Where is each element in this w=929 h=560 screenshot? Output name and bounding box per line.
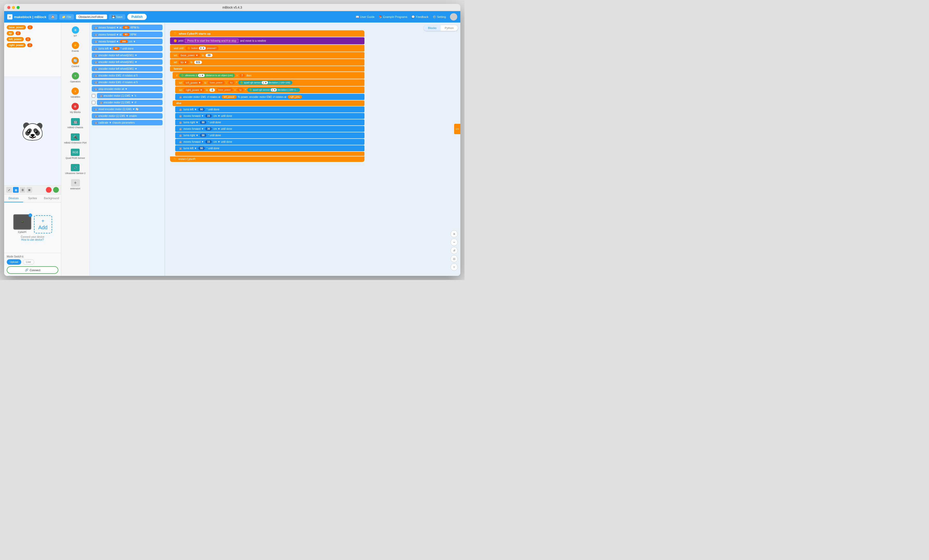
- category-myblocks[interactable]: ⊕ My Blocks: [69, 101, 82, 115]
- block-shape-14[interactable]: 🤖 encoder motor (1) EM1 ▼ enable: [92, 113, 162, 119]
- block-wait-until[interactable]: wait until 🟠 button B ▼ pressed?: [170, 45, 365, 52]
- cyberpi-device-item[interactable]: 📟 × CyberPi: [13, 214, 31, 233]
- block-restart[interactable]: 🟠 restart CyberPi: [170, 156, 365, 162]
- block-turns-right-90a[interactable]: 🤖 turns right ▼ 90 ° until done: [175, 119, 365, 125]
- feedback-link[interactable]: 💬 Feedback: [411, 15, 428, 18]
- quad-rgb-icon-main: 🟢: [240, 81, 243, 84]
- filename-box[interactable]: ObstacleLineFollow: [76, 14, 107, 19]
- print-text-val[interactable]: Press B to start line following and A to…: [185, 38, 238, 43]
- tab-devices[interactable]: Devices: [4, 194, 23, 202]
- play-btn[interactable]: [53, 187, 59, 193]
- example-programs-link[interactable]: 📚 Example Programs: [379, 15, 408, 18]
- view-detail-btn[interactable]: ⊞: [26, 187, 32, 193]
- stop-btn[interactable]: [46, 187, 52, 193]
- block-set-right-power[interactable]: set right_power ▼ to -1 base_power + kp …: [175, 87, 365, 93]
- block-turns-left-90[interactable]: 🤖 turns left ▼ 90 ° until done: [175, 106, 365, 112]
- kp-val[interactable]: 0.5: [194, 61, 202, 64]
- block-turns-right-90b[interactable]: 🤖 turns right ▼ 90 ° until done: [175, 132, 365, 138]
- neg1-val[interactable]: -1: [210, 88, 215, 92]
- minimize-button[interactable]: [12, 6, 15, 9]
- zoom-in-btn[interactable]: +: [451, 230, 458, 237]
- var-name-left-power[interactable]: left_power: [7, 37, 24, 41]
- how-to-link[interactable]: How to use device?: [21, 238, 44, 241]
- view-grid-btn[interactable]: ▦: [13, 187, 19, 193]
- block-print[interactable]: 🟠 print Press B to start line following …: [170, 37, 365, 44]
- block-shape-8[interactable]: 🤖 encoder motor EM1 ↺ rotates at 5: [92, 73, 162, 78]
- var-name-kp[interactable]: kp: [7, 31, 14, 35]
- maximize-button[interactable]: [17, 6, 20, 9]
- block-encoder-1-em1: 🤖 encoder motor (1) EM1 ▼ ↺: [92, 100, 162, 105]
- block-set-kp[interactable]: set kp ▼ to 0.5: [170, 59, 365, 66]
- zoom-equal-btn[interactable]: =: [451, 263, 458, 271]
- block-set-left-power[interactable]: set left_power ▼ to base_power - kp * 🟢 …: [175, 79, 365, 86]
- block-forever[interactable]: forever: [170, 66, 365, 72]
- block-shape-11[interactable]: 🤖 encoder motor (1) EM1 ▼ 's: [97, 93, 162, 98]
- block-if-ultrasonic[interactable]: if 🟢 ultrasonic 2 1 ▼ distance to an obj…: [173, 72, 365, 79]
- connect-button[interactable]: 🔗 Connect: [7, 266, 58, 274]
- upload-mode-btn[interactable]: Upload: [7, 259, 21, 265]
- block-shape-4[interactable]: 🤖 turns left ▼ 90 ° until done: [92, 46, 162, 51]
- block-encoder-run[interactable]: 🤖 encoder motor EM1 ↺ rotates at left_po…: [175, 94, 365, 100]
- checkbox-12[interactable]: [92, 101, 95, 104]
- add-device-btn[interactable]: + Add: [34, 215, 52, 233]
- threshold-val[interactable]: 7: [239, 74, 245, 77]
- zoom-fit-btn[interactable]: ⊡: [451, 255, 458, 262]
- add-extension-btn[interactable]: + extension: [69, 178, 82, 191]
- remove-device-btn[interactable]: ×: [29, 213, 32, 217]
- block-shape-2[interactable]: 🤖 moves forward ▼ at 50 RPM: [92, 32, 162, 37]
- zoom-out-btn[interactable]: −: [451, 239, 458, 246]
- block-shape-10[interactable]: 🤖 stop encoder motor all ▼: [92, 86, 162, 92]
- var-name-right-power[interactable]: right_power: [7, 43, 26, 47]
- home-icon-btn[interactable]: 🏠: [49, 14, 57, 20]
- category-events[interactable]: ⚡ Events: [71, 40, 80, 54]
- block-turns-left-90b[interactable]: 🤖 turns left ▼ 90 ° until done: [175, 145, 365, 151]
- var-name-base-power[interactable]: base_power: [7, 25, 26, 29]
- block-shape-9[interactable]: 🤖 encoder motor EM1 ↺ rotates at 5: [92, 80, 162, 85]
- connect-info-text: Connect your device: [21, 236, 44, 238]
- block-shape-6[interactable]: 🤖 encoder motor left wheel(EM1) ▼: [92, 59, 162, 65]
- block-when-starts[interactable]: 🟠 when CyberPi starts up: [170, 30, 365, 37]
- publish-button[interactable]: Publish: [127, 14, 147, 20]
- quad-rgb-pill-2: 🟢 quad rgb sensor 1 ▼ deviation (-100~1.…: [247, 88, 300, 92]
- user-guide-link[interactable]: 📖 User Guide: [356, 15, 374, 18]
- category-control[interactable]: 🔄 Control: [70, 56, 80, 69]
- block-shape-15[interactable]: 🤖 calibrate ▼ chassis parameters: [92, 120, 162, 125]
- b-label[interactable]: B ▼: [199, 47, 206, 50]
- tab-blocks[interactable]: Blocks: [424, 25, 440, 31]
- block-shape-12[interactable]: 🤖 encoder motor (1) EM1 ▼ ↺: [97, 100, 162, 105]
- live-mode-btn[interactable]: Live: [23, 259, 34, 265]
- base-power-val[interactable]: 30: [205, 54, 213, 57]
- category-mbot2-chassis[interactable]: 🤖 mBot2 Chassis: [66, 117, 84, 130]
- category-operators[interactable]: + Operators: [69, 71, 82, 84]
- block-else[interactable]: else: [173, 101, 365, 106]
- category-variables[interactable]: x Variables: [69, 86, 81, 99]
- tab-python[interactable]: Python: [441, 25, 458, 31]
- category-iot[interactable]: ⊕ IoT: [71, 25, 80, 38]
- view-list-btn[interactable]: ☰: [20, 187, 25, 193]
- avatar[interactable]: [450, 13, 457, 20]
- events-label: Events: [72, 50, 79, 52]
- tab-sprites[interactable]: Sprites: [23, 194, 42, 202]
- checkbox-11[interactable]: [92, 94, 95, 98]
- block-moves-30[interactable]: 🤖 moves forward ▼ 30 cm ▼ until done: [175, 126, 365, 132]
- view-expand-btn[interactable]: ⤢: [6, 187, 12, 193]
- tab-background[interactable]: Background: [42, 194, 61, 202]
- block-set-base-power[interactable]: set base_power ▼ to 30: [170, 52, 365, 58]
- view-controls: ⤢ ▦ ☰ ⊞: [4, 185, 61, 194]
- setting-link[interactable]: ⚙️ Setting: [432, 15, 446, 18]
- category-quad-rgb[interactable]: RGB Quad RGB Sensor: [64, 147, 86, 161]
- zoom-reset-btn[interactable]: ↺: [451, 247, 458, 254]
- block-shape-13[interactable]: 🤖 reset encoder motor (1) EM1 ▼ 🔄: [92, 106, 162, 112]
- code-toggle-btn[interactable]: </>: [454, 124, 460, 134]
- category-ultrasonic[interactable]: 🔊 Ultrasonic Sensor 2: [64, 163, 87, 176]
- save-button[interactable]: 💾 Save: [109, 14, 125, 20]
- block-moves-15a[interactable]: 🤖 moves forward ▼ 15 cm ▼ until done: [175, 113, 365, 119]
- block-moves-15b[interactable]: 🤖 moves forward ▼ 15 cm ▼ until done: [175, 139, 365, 145]
- block-shape-5[interactable]: 🤖 encoder motor left wheel(EM1) ▼: [92, 53, 162, 58]
- block-shape-7[interactable]: 🤖 encoder motor left wheel(EM1) ▼: [92, 66, 162, 72]
- block-shape-1[interactable]: 🤖 moves forward ▼ at 50 RPM fo: [92, 24, 162, 30]
- file-button[interactable]: 📁 File: [59, 14, 74, 20]
- category-mbot2-ext[interactable]: 🔌 mBot2 Extension Port: [63, 132, 88, 145]
- close-button[interactable]: [7, 6, 11, 9]
- block-shape-3[interactable]: 🤖 moves forward ▼ 100 cm ▼: [92, 38, 162, 44]
